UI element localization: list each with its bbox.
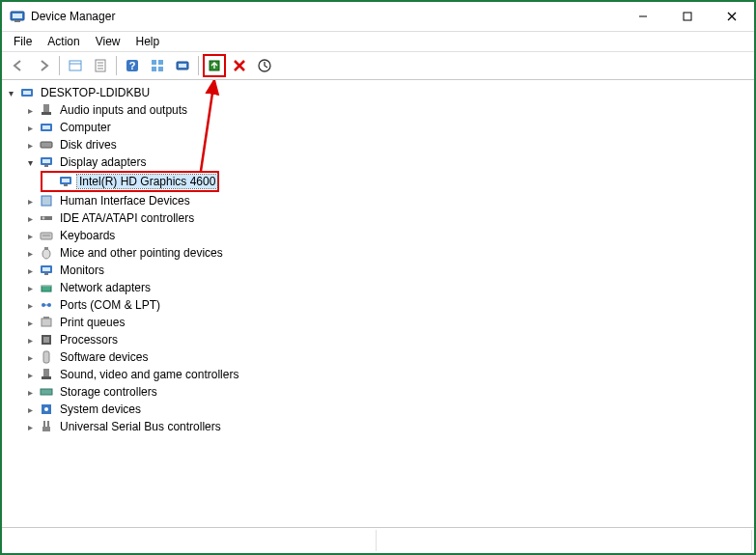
category-row[interactable]: ▸Ports (COM & LPT) [23, 296, 752, 314]
category-row[interactable]: ▸System devices [23, 401, 752, 418]
category-row[interactable]: ▸Sound, video and game controllers [23, 366, 752, 383]
svg-rect-26 [23, 91, 31, 95]
toolbar-separator [116, 56, 117, 75]
help-button[interactable]: ? [121, 54, 144, 77]
svg-rect-48 [42, 286, 51, 291]
grid-button[interactable] [146, 54, 169, 77]
svg-rect-16 [158, 60, 163, 65]
svg-rect-2 [14, 20, 20, 22]
category-row[interactable]: ▸Audio inputs and outputs [23, 101, 752, 119]
category-row[interactable]: ▸Disk drives [23, 136, 752, 153]
scan-hardware-button[interactable] [171, 54, 194, 77]
category-row[interactable]: ▸Universal Serial Bus controllers [23, 418, 752, 435]
svg-point-43 [42, 249, 50, 259]
device-tree-pane[interactable]: ▾DESKTOP-LDIDKBU▸Audio inputs and output… [2, 80, 754, 527]
svg-rect-63 [42, 427, 50, 431]
expand-icon[interactable]: ▸ [23, 246, 37, 260]
category-row[interactable]: ▸Software devices [23, 348, 752, 366]
expand-icon[interactable]: ▸ [23, 264, 37, 277]
category-row[interactable]: ▸Computer [23, 119, 752, 136]
svg-point-62 [44, 407, 48, 411]
maximize-button[interactable] [665, 2, 710, 31]
window-title: Device Manager [31, 10, 621, 23]
category-label: Audio inputs and outputs [58, 103, 189, 117]
expand-icon[interactable]: ▾ [23, 155, 37, 169]
status-cell [4, 530, 377, 551]
category-label: Storage controllers [58, 385, 159, 399]
toolbar-separator [198, 56, 199, 75]
category-label: Disk drives [58, 138, 119, 152]
expand-icon[interactable]: ▸ [23, 103, 37, 117]
minimize-button[interactable] [621, 2, 665, 31]
category-row[interactable]: ▸IDE ATA/ATAPI controllers [23, 209, 752, 227]
menu-file[interactable]: File [6, 33, 40, 50]
expand-icon[interactable]: ▸ [23, 420, 37, 433]
svg-rect-44 [44, 247, 48, 250]
expand-icon[interactable]: ▸ [23, 402, 37, 416]
category-icon [39, 384, 54, 400]
menu-help[interactable]: Help [128, 33, 168, 50]
category-label: IDE ATA/ATAPI controllers [58, 211, 196, 225]
category-icon [39, 210, 54, 226]
svg-text:?: ? [129, 60, 136, 71]
expand-icon[interactable]: ▸ [23, 316, 37, 329]
expand-icon[interactable]: ▸ [23, 333, 37, 347]
category-icon [39, 245, 54, 261]
disable-device-button[interactable] [253, 54, 276, 77]
expand-icon[interactable]: ▸ [23, 350, 37, 364]
svg-point-40 [42, 217, 45, 220]
svg-rect-30 [42, 125, 50, 129]
category-icon [39, 263, 54, 278]
category-row[interactable]: ▸Human Interface Devices [23, 192, 752, 209]
svg-rect-36 [62, 179, 70, 182]
category-row[interactable]: ▾Display adapters [23, 153, 752, 171]
svg-rect-15 [152, 60, 156, 65]
category-label: Human Interface Devices [58, 194, 192, 208]
category-row[interactable]: ▸Print queues [23, 314, 752, 331]
svg-rect-31 [41, 142, 52, 148]
category-label: Computer [58, 121, 113, 134]
status-cell [380, 530, 753, 551]
menu-action[interactable]: Action [40, 33, 87, 50]
menu-view[interactable]: View [88, 33, 128, 50]
back-button[interactable] [7, 54, 30, 77]
category-icon [39, 349, 54, 365]
close-button[interactable] [710, 2, 754, 31]
category-label: Monitors [58, 264, 106, 277]
expand-icon[interactable]: ▸ [23, 121, 37, 134]
category-icon [39, 137, 54, 153]
expand-icon[interactable]: ▸ [23, 281, 37, 294]
category-row[interactable]: ▸Monitors [23, 262, 752, 279]
expand-icon[interactable]: ▸ [23, 194, 37, 208]
toolbar: ? [2, 52, 754, 80]
category-icon [39, 193, 54, 208]
expand-icon[interactable]: ▸ [23, 368, 37, 381]
show-hidden-button[interactable] [64, 54, 87, 77]
expand-icon[interactable]: ▸ [23, 385, 37, 399]
category-row[interactable]: ▸Network adapters [23, 279, 752, 296]
svg-rect-54 [43, 317, 49, 319]
update-driver-button[interactable] [203, 54, 226, 77]
titlebar: Device Manager [2, 2, 754, 32]
svg-rect-7 [70, 61, 81, 70]
svg-rect-17 [152, 67, 156, 71]
window-controls [621, 2, 754, 31]
forward-button[interactable] [32, 54, 55, 77]
category-label: Universal Serial Bus controllers [58, 420, 223, 433]
category-row[interactable]: ▸Keyboards [23, 227, 752, 244]
uninstall-device-button[interactable] [228, 54, 251, 77]
tree-root-node[interactable]: ▾DESKTOP-LDIDKBU [4, 84, 752, 101]
category-row[interactable]: ▸Mice and other pointing devices [23, 244, 752, 262]
properties-button[interactable] [89, 54, 112, 77]
collapse-icon[interactable]: ▾ [4, 86, 17, 99]
category-row[interactable]: ▸Processors [23, 331, 752, 348]
expand-icon[interactable]: ▸ [23, 229, 37, 242]
device-label: Intel(R) HD Graphics 4600 [77, 175, 217, 188]
expand-icon[interactable]: ▸ [23, 211, 37, 225]
expand-icon[interactable]: ▸ [23, 298, 37, 312]
device-row[interactable]: Intel(R) HD Graphics 4600 [42, 173, 217, 190]
expand-icon[interactable]: ▸ [23, 138, 37, 152]
svg-rect-47 [44, 273, 48, 275]
category-row[interactable]: ▸Storage controllers [23, 383, 752, 401]
svg-rect-37 [64, 184, 68, 186]
